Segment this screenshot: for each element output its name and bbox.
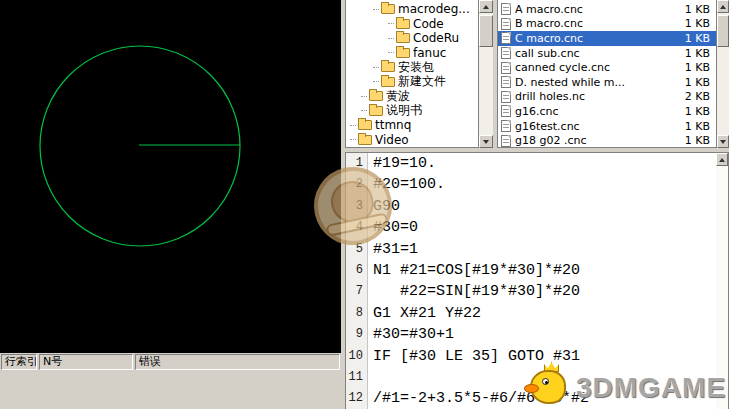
document-icon — [501, 120, 511, 132]
file-list-scroll-track[interactable] — [717, 13, 729, 135]
tree-item-label: Code — [413, 17, 444, 31]
scroll-up-icon[interactable] — [716, 153, 728, 166]
document-icon — [501, 3, 511, 15]
toolpath-circle — [40, 46, 240, 246]
tree-item[interactable]: Video — [346, 133, 478, 148]
file-row[interactable]: call sub.cnc1 KB — [498, 46, 716, 61]
scroll-up-icon[interactable] — [717, 0, 729, 13]
folder-icon — [358, 120, 372, 130]
document-icon — [501, 62, 511, 74]
document-icon — [501, 76, 511, 88]
file-size: 1 KB — [676, 47, 710, 60]
file-row[interactable]: B macro.cnc1 KB — [498, 17, 716, 32]
code-text: G1 X#21 Y#22 — [368, 303, 481, 324]
tree-item[interactable]: CodeRu — [346, 31, 478, 46]
file-row[interactable]: A macro.cnc1 KB — [498, 2, 716, 17]
file-size: 1 KB — [676, 120, 710, 133]
file-name: call sub.cnc — [515, 47, 676, 60]
code-line[interactable]: 3G90 — [346, 196, 728, 217]
tree-item[interactable]: 新建文件 — [346, 75, 478, 90]
status-cell-row-index: 行索引 — [1, 354, 37, 370]
code-line[interactable]: 1#19=10. — [346, 153, 728, 174]
file-browser: macrodeg...CodeCodeRufanuc安装包新建文件黄波说明书tt… — [345, 0, 729, 148]
status-cell-error: 错误 — [135, 354, 340, 370]
tree-item[interactable]: 说明书 — [346, 104, 478, 119]
document-icon — [501, 18, 511, 30]
duck-mascot-icon — [524, 358, 572, 406]
line-number: 8 — [346, 303, 368, 324]
file-size: 1 KB — [676, 134, 710, 147]
scroll-down-icon[interactable] — [479, 135, 493, 148]
tree-item[interactable]: macrodeg... — [346, 2, 478, 17]
code-text: N1 #21=COS[#19*#30]*#20 — [368, 260, 580, 281]
code-line[interactable]: 5#31=1 — [346, 239, 728, 260]
tree-scrollbar[interactable] — [479, 0, 493, 148]
file-name: B macro.cnc — [515, 17, 676, 30]
file-row[interactable]: drill holes.nc2 KB — [498, 90, 716, 105]
line-number: 11 — [346, 367, 368, 388]
file-name: C macro.cnc — [515, 32, 676, 45]
file-name: drill holes.nc — [515, 90, 676, 103]
tree-item[interactable]: Code — [346, 17, 478, 32]
file-list: A macro.cnc1 KBB macro.cnc1 KBC macro.cn… — [497, 0, 717, 148]
file-row[interactable]: C macro.cnc1 KB — [498, 31, 716, 46]
code-text: #22=SIN[#19*#30]*#20 — [368, 281, 580, 302]
file-row[interactable]: g18 g02 .cnc1 KB — [498, 133, 716, 148]
file-list-scroll-thumb[interactable] — [717, 15, 729, 47]
toolpath-canvas[interactable] — [0, 0, 341, 353]
code-line[interactable]: 9#30=#30+1 — [346, 324, 728, 345]
cnc-simulator-window: 行索引 N号 错误 macrodeg...CodeCodeRufanuc安装包新… — [0, 0, 729, 409]
folder-tree: macrodeg...CodeCodeRufanuc安装包新建文件黄波说明书tt… — [345, 0, 479, 148]
code-line[interactable]: 4#30=0 — [346, 217, 728, 238]
line-number: 9 — [346, 324, 368, 345]
document-icon — [501, 47, 511, 59]
line-number: 10 — [346, 346, 368, 367]
tree-scroll-track[interactable] — [479, 13, 493, 135]
file-name: A macro.cnc — [515, 3, 676, 16]
code-line[interactable]: 6N1 #21=COS[#19*#30]*#20 — [346, 260, 728, 281]
tree-item-label: CodeRu — [413, 31, 459, 45]
tree-scroll-thumb[interactable] — [479, 15, 493, 47]
code-text: #30=#30+1 — [368, 324, 454, 345]
file-row[interactable]: D. nested while m...1 KB — [498, 75, 716, 90]
scroll-down-icon[interactable] — [717, 135, 729, 148]
file-name: g18 g02 .cnc — [515, 134, 676, 147]
file-name: D. nested while m... — [515, 76, 676, 89]
file-row[interactable]: canned cycle.cnc1 KB — [498, 60, 716, 75]
code-line[interactable]: 8G1 X#21 Y#22 — [346, 303, 728, 324]
status-cell-n-number: N号 — [39, 354, 133, 370]
tree-item-label: Video — [375, 133, 409, 147]
document-icon — [501, 91, 511, 103]
file-size: 1 KB — [676, 3, 710, 16]
folder-icon — [396, 33, 410, 43]
file-name: g16.cnc — [515, 105, 676, 118]
scroll-up-icon[interactable] — [479, 0, 493, 13]
file-row[interactable]: g16test.cnc1 KB — [498, 119, 716, 134]
file-size: 1 KB — [676, 76, 710, 89]
line-number: 7 — [346, 281, 368, 302]
file-size: 1 KB — [676, 17, 710, 30]
file-size: 1 KB — [676, 32, 710, 45]
file-size: 1 KB — [676, 105, 710, 118]
line-number: 12 — [346, 388, 368, 409]
document-icon — [501, 105, 511, 117]
status-bar: 行索引 N号 错误 — [0, 353, 341, 371]
code-text: #19=10. — [368, 153, 436, 174]
code-line[interactable]: 7 #22=SIN[#19*#30]*#20 — [346, 281, 728, 302]
file-list-scrollbar[interactable] — [717, 0, 729, 148]
brand-watermark: 3DMGAME — [524, 358, 726, 406]
line-number: 6 — [346, 260, 368, 281]
file-name: canned cycle.cnc — [515, 61, 676, 74]
folder-icon — [369, 106, 383, 116]
folder-icon — [358, 135, 372, 145]
tree-item-label: 说明书 — [386, 102, 422, 119]
folder-icon — [369, 91, 383, 101]
code-line[interactable]: 2#20=100. — [346, 174, 728, 195]
tree-item-label: ttmnq — [375, 118, 411, 132]
folder-icon — [396, 48, 410, 58]
file-row[interactable]: g16.cnc1 KB — [498, 104, 716, 119]
file-size: 2 KB — [676, 90, 710, 103]
toolpath-drawing — [0, 0, 341, 353]
document-icon — [501, 135, 511, 147]
tree-item[interactable]: ttmnq — [346, 118, 478, 133]
